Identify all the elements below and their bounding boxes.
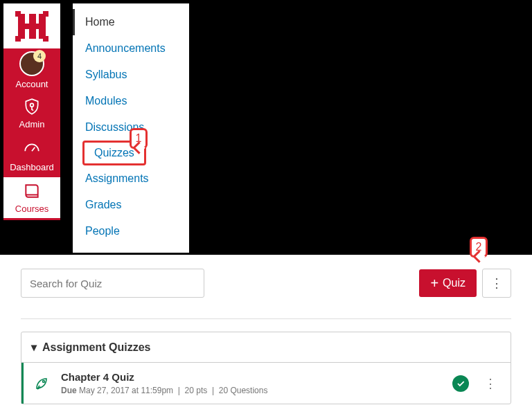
- add-quiz-button[interactable]: + Quiz: [419, 269, 477, 297]
- svg-point-0: [30, 103, 34, 107]
- plus-icon: +: [430, 276, 438, 290]
- course-nav-syllabus[interactable]: Syllabus: [73, 62, 134, 88]
- quiz-page: 2 + Quiz ⋮ ▾ Assignment Quizzes Chapter …: [0, 255, 532, 414]
- published-check-icon[interactable]: [452, 375, 469, 392]
- book-icon: [22, 181, 42, 201]
- quiz-meta: Due May 27, 2017 at 11:59pm | 20 pts | 2…: [61, 386, 452, 395]
- callout-marker-2: 2: [470, 237, 488, 258]
- rocket-icon: [33, 375, 50, 392]
- nav-label: Admin: [19, 119, 45, 129]
- avatar: 4: [19, 51, 44, 76]
- nav-account[interactable]: 4 Account: [3, 48, 60, 91]
- nav-courses[interactable]: Courses: [3, 177, 60, 220]
- page-more-button[interactable]: ⋮: [482, 269, 511, 298]
- divider: [21, 318, 511, 319]
- nav-admin[interactable]: Admin: [3, 91, 60, 134]
- nav-dashboard[interactable]: Dashboard: [3, 134, 60, 177]
- caret-down-icon: ▾: [31, 341, 37, 354]
- row-more-button[interactable]: ⋮: [480, 376, 501, 391]
- svg-point-1: [43, 380, 45, 382]
- course-nav-assignments[interactable]: Assignments: [73, 165, 156, 192]
- kebab-icon: ⋮: [490, 276, 503, 291]
- add-quiz-label: Quiz: [443, 277, 466, 289]
- shield-key-icon: [22, 97, 42, 116]
- group-header[interactable]: ▾ Assignment Quizzes: [21, 332, 511, 363]
- course-nav-grades[interactable]: Grades: [73, 192, 128, 218]
- course-nav-home[interactable]: Home: [73, 9, 189, 35]
- gauge-icon: [22, 140, 42, 159]
- course-nav-modules[interactable]: Modules: [73, 88, 134, 114]
- course-nav-announcements[interactable]: Announcements: [73, 35, 172, 62]
- course-nav-people[interactable]: People: [73, 218, 127, 244]
- kebab-icon: ⋮: [484, 377, 497, 390]
- quiz-group: ▾ Assignment Quizzes Chapter 4 Quiz Due …: [21, 332, 511, 404]
- global-nav: 4 Account Admin Dashboard Courses: [3, 3, 60, 220]
- callout-marker-1: 1: [130, 128, 148, 149]
- quiz-row[interactable]: Chapter 4 Quiz Due May 27, 2017 at 11:59…: [21, 363, 511, 404]
- nav-label: Courses: [15, 204, 48, 214]
- institution-logo[interactable]: [3, 3, 60, 48]
- course-nav: Home Announcements Syllabus Modules Disc…: [73, 3, 189, 253]
- notification-badge: 4: [33, 50, 46, 62]
- uh-logo-icon: [15, 11, 48, 42]
- group-title: Assignment Quizzes: [42, 341, 150, 354]
- search-input[interactable]: [21, 269, 204, 298]
- nav-label: Dashboard: [10, 162, 54, 172]
- quiz-title: Chapter 4 Quiz: [61, 371, 452, 383]
- nav-label: Account: [16, 79, 48, 89]
